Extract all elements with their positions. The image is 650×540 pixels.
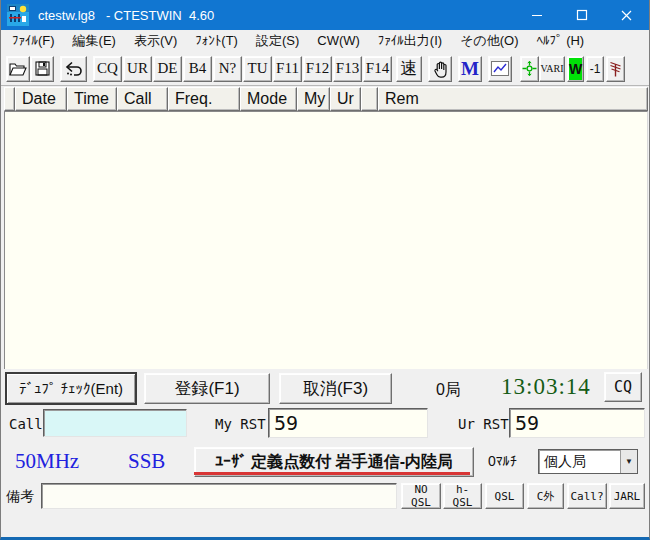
cancel-button[interactable]: 取消(F3)	[279, 373, 392, 404]
column-header-blank2[interactable]	[361, 87, 378, 111]
undo-icon	[64, 61, 83, 76]
multi-count: 0ﾏﾙﾁ	[488, 453, 517, 469]
station-type-value: 個人局	[539, 453, 620, 471]
mode-indicator: SSB	[128, 449, 165, 474]
window-title: ctestw.lg8 - CTESTWIN 4.60	[38, 8, 214, 23]
band-indicator: 50MHz	[15, 449, 79, 474]
menu-view[interactable]: 表示(V)	[125, 30, 186, 52]
memory-label: M	[461, 58, 479, 80]
qso-count: 0局	[436, 380, 461, 401]
open-file-icon	[9, 62, 27, 76]
open-file-button[interactable]	[6, 56, 30, 82]
minimize-button[interactable]	[514, 0, 559, 30]
qsl-button[interactable]: QSL	[485, 483, 524, 509]
dup-check-button[interactable]: ﾃﾞｭﾌﾟ ﾁｪｯｸ(Ent)	[5, 372, 137, 405]
save-icon	[35, 61, 50, 76]
rotator-button[interactable]	[520, 56, 539, 82]
register-button[interactable]: 登録(F1)	[144, 373, 270, 404]
stop-sending-button[interactable]	[428, 56, 452, 82]
fkey-b4-button[interactable]: B4	[183, 56, 212, 82]
rotator-icon	[522, 61, 537, 76]
column-header-time[interactable]: Time	[67, 87, 117, 111]
menu-help[interactable]: ﾍﾙﾌﾟ (H)	[528, 30, 594, 52]
clock: 13:03:14	[501, 374, 591, 400]
minus-one-button[interactable]: -1	[586, 56, 604, 82]
column-header-my[interactable]: My	[297, 87, 330, 111]
ur-rst-label: Ur RST	[458, 416, 509, 432]
c-gai-button[interactable]: C外	[527, 483, 564, 509]
titlebar: ctestw.lg8 - CTESTWIN 4.60	[1, 0, 649, 30]
fkey-f11-button[interactable]: F11	[273, 56, 302, 82]
menu-others[interactable]: その他(O)	[451, 30, 527, 52]
undo-button[interactable]	[60, 56, 87, 82]
fkey-f14-button[interactable]: F14	[363, 56, 392, 82]
menu-edit[interactable]: 編集(E)	[64, 30, 125, 52]
my-rst-input[interactable]	[268, 408, 428, 438]
cw-speed-button[interactable]: 速	[396, 56, 422, 82]
fkey-ur-button[interactable]: UR	[123, 56, 152, 82]
qso-log-list[interactable]	[4, 111, 648, 369]
h-qsl-button[interactable]: h-QSL	[443, 483, 482, 509]
column-header-date[interactable]: Date	[15, 87, 67, 111]
menu-file[interactable]: ﾌｧｲﾙ(F)	[3, 30, 64, 52]
app-window: ctestw.lg8 - CTESTWIN 4.60 ﾌｧｲﾙ(F) 編集(E)…	[0, 0, 650, 540]
fkey-nr-button[interactable]: N?	[213, 56, 242, 82]
column-header-ur[interactable]: Ur	[330, 87, 361, 111]
fkey-f13-button[interactable]: F13	[333, 56, 362, 82]
vari-button[interactable]: VARI	[539, 56, 565, 82]
graph-button[interactable]	[488, 56, 512, 82]
log-table-header: Date Time Call Freq. Mode My Ur Rem	[4, 87, 648, 111]
maximize-button[interactable]	[559, 0, 604, 30]
fkey-tu-button[interactable]: TU	[243, 56, 272, 82]
antenna-button[interactable]	[606, 56, 625, 82]
no-qsl-button[interactable]: NO QSL	[401, 483, 441, 509]
menu-file-output[interactable]: ﾌｧｲﾙ出力(I)	[369, 30, 451, 52]
column-header-call[interactable]: Call	[117, 87, 168, 111]
fkey-f12-button[interactable]: F12	[303, 56, 332, 82]
column-header-freq[interactable]: Freq.	[168, 87, 240, 111]
close-button[interactable]	[604, 0, 649, 30]
menu-font[interactable]: ﾌｫﾝﾄ(T)	[186, 30, 247, 52]
fkey-de-button[interactable]: DE	[153, 56, 182, 82]
remarks-label: 備考	[6, 488, 34, 506]
column-header-mode[interactable]: Mode	[240, 87, 297, 111]
menu-cw[interactable]: CW(W)	[308, 30, 369, 52]
call-input[interactable]	[43, 409, 187, 437]
caption-buttons	[514, 0, 649, 30]
toolbar: CQ UR DE B4 N? TU F11 F12 F13 F14 速 M VA…	[1, 52, 649, 86]
contest-red-underline	[194, 472, 470, 475]
my-rst-label: My RST	[215, 416, 266, 432]
save-button[interactable]	[30, 56, 54, 82]
call-label: Call	[9, 416, 43, 432]
menu-settings[interactable]: 設定(S)	[247, 30, 308, 52]
jarl-button[interactable]: JARL	[609, 483, 645, 509]
chevron-down-icon[interactable]: ▼	[620, 450, 637, 473]
menubar: ﾌｧｲﾙ(F) 編集(E) 表示(V) ﾌｫﾝﾄ(T) 設定(S) CW(W) …	[1, 30, 649, 52]
graph-icon	[491, 61, 509, 76]
fkey-cq-button[interactable]: CQ	[93, 56, 122, 82]
column-header-blank1[interactable]	[4, 87, 15, 111]
call-check-button[interactable]: Call?	[567, 483, 607, 509]
remarks-input[interactable]	[41, 483, 397, 509]
station-type-combobox[interactable]: 個人局 ▼	[538, 449, 638, 474]
app-icon	[7, 4, 29, 26]
ur-rst-input[interactable]	[509, 408, 645, 438]
column-header-rem[interactable]: Rem	[378, 87, 648, 111]
hand-icon	[432, 60, 449, 78]
cq-button[interactable]: CQ	[604, 372, 642, 402]
w-band-button[interactable]: W	[567, 56, 584, 82]
antenna-icon	[608, 61, 623, 77]
memory-keyer-button[interactable]: M	[458, 56, 482, 82]
